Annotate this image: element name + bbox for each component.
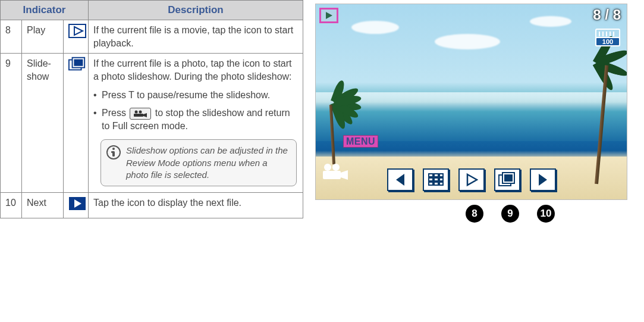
svg-rect-12 — [111, 151, 114, 153]
indicator-table-pane: Indicator Description 8 Play I — [0, 0, 303, 322]
next-icon — [68, 196, 86, 211]
row-desc: Tap the icon to display the next file. — [89, 193, 303, 218]
callout-number: 9 — [501, 205, 519, 223]
scenery-cloud — [435, 34, 500, 49]
row-desc: If the current file is a photo, tap the … — [89, 54, 303, 193]
row-num: 8 — [1, 20, 22, 54]
svg-marker-27 — [396, 174, 404, 186]
row-icon-cell — [64, 20, 89, 54]
svg-rect-34 — [429, 182, 433, 185]
scenery-palm — [332, 105, 335, 164]
header-indicator: Indicator — [1, 1, 89, 20]
row-desc: If the current file is a movie, tap the … — [89, 20, 303, 54]
slideshow-button[interactable] — [494, 168, 520, 191]
svg-marker-15 — [326, 12, 332, 19]
svg-rect-7 — [134, 114, 143, 117]
info-note: Slideshow options can be adjusted in the… — [100, 139, 297, 186]
play-button[interactable] — [458, 168, 485, 191]
svg-rect-28 — [429, 174, 433, 177]
table-row: 8 Play If the current file is a movie, t… — [1, 20, 303, 54]
row-icon-cell — [64, 54, 89, 193]
row-num: 9 — [1, 54, 22, 193]
scenery-palm — [595, 65, 598, 184]
row-icon-cell — [64, 193, 89, 218]
menu-button[interactable]: MENU — [343, 135, 378, 148]
row-num: 10 — [1, 193, 22, 218]
storage-label: 100 — [602, 38, 613, 45]
row-name: Next — [22, 193, 64, 218]
callout-number: 8 — [466, 205, 483, 223]
file-counter: 8 / 8 — [593, 7, 621, 23]
storage-indicator-icon: 100 — [595, 28, 621, 47]
svg-marker-26 — [341, 170, 348, 180]
scenery-cloud — [351, 21, 399, 34]
svg-rect-32 — [434, 178, 438, 181]
svg-rect-25 — [323, 171, 341, 179]
playback-controls — [387, 168, 556, 191]
callout-number: 10 — [537, 205, 555, 223]
next-button[interactable] — [530, 168, 556, 191]
header-description: Description — [89, 1, 303, 20]
info-icon — [106, 145, 121, 160]
scenery-ocean — [316, 92, 627, 141]
svg-rect-29 — [434, 174, 438, 177]
svg-rect-4 — [74, 60, 83, 66]
svg-marker-37 — [467, 174, 477, 185]
table-row: 9 Slide-show If the current file is a ph… — [1, 54, 303, 193]
camera-mode-icon — [130, 108, 151, 120]
svg-point-6 — [139, 110, 142, 113]
svg-point-5 — [135, 110, 138, 113]
callout-row: 8 9 10 — [315, 200, 627, 224]
photo-preview: 8 / 8 100 MENU — [315, 4, 627, 200]
slideshow-icon — [68, 57, 86, 71]
table-row: 10 Next Tap the icon to display the next… — [1, 193, 303, 218]
svg-rect-30 — [439, 174, 443, 177]
bullet-item: Press T to pause/resume the slideshow. — [93, 86, 298, 104]
video-mode-icon — [321, 162, 349, 182]
svg-point-10 — [112, 148, 115, 150]
prev-button[interactable] — [387, 168, 413, 191]
svg-point-24 — [332, 164, 340, 171]
svg-marker-8 — [143, 113, 147, 117]
playback-indicator[interactable] — [319, 8, 338, 23]
svg-rect-36 — [439, 182, 443, 185]
svg-rect-31 — [429, 178, 433, 181]
svg-rect-33 — [439, 178, 443, 181]
svg-rect-40 — [504, 174, 513, 182]
scenery-cloud — [530, 16, 571, 27]
row-name: Play — [22, 20, 64, 54]
svg-point-23 — [324, 164, 331, 171]
play-icon — [68, 24, 86, 38]
svg-marker-41 — [539, 174, 547, 186]
indicator-table: Indicator Description 8 Play I — [0, 0, 303, 218]
bullet-item: Press to stop the slideshow and return t… — [93, 104, 298, 135]
row-name: Slide-show — [22, 54, 64, 193]
preview-pane: 8 / 8 100 MENU — [303, 0, 644, 322]
thumbnail-grid-button[interactable] — [423, 168, 449, 191]
svg-rect-35 — [434, 182, 438, 185]
